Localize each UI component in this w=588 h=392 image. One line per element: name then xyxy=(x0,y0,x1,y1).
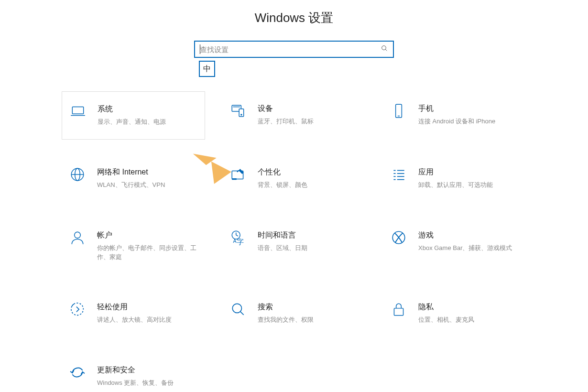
ime-indicator: 中 xyxy=(199,61,215,77)
card-update-security[interactable]: 更新和安全 Windows 更新、恢复、备份 xyxy=(62,353,205,392)
card-title: 时间和语言 xyxy=(258,230,359,240)
svg-point-31 xyxy=(232,304,241,313)
card-subtitle: Xbox Game Bar、捕获、游戏模式 xyxy=(418,243,520,253)
svg-rect-8 xyxy=(396,104,402,118)
card-subtitle: 你的帐户、电子邮件、同步设置、工作、家庭 xyxy=(97,243,198,262)
search-icon xyxy=(381,44,388,54)
card-network[interactable]: 网络和 Internet WLAN、飞行模式、VPN xyxy=(62,155,205,203)
text-cursor xyxy=(200,44,200,54)
card-title: 个性化 xyxy=(258,167,359,177)
card-title: 设备 xyxy=(258,104,359,114)
card-subtitle: 语音、区域、日期 xyxy=(258,243,359,253)
devices-icon xyxy=(229,103,247,119)
time-language-icon: 字 A xyxy=(229,229,247,246)
person-icon xyxy=(68,229,87,246)
card-title: 网络和 Internet xyxy=(97,167,198,177)
card-subtitle: 连接 Android 设备和 iPhone xyxy=(418,117,520,126)
ease-of-access-icon xyxy=(68,301,87,317)
svg-point-24 xyxy=(75,232,81,238)
card-privacy[interactable]: 隐私 位置、相机、麦克风 xyxy=(383,290,526,338)
card-subtitle: 背景、锁屏、颜色 xyxy=(258,180,359,190)
phone-icon xyxy=(390,103,408,119)
card-title: 搜索 xyxy=(258,302,359,312)
card-phone[interactable]: 手机 连接 Android 设备和 iPhone xyxy=(383,91,526,140)
card-time-language[interactable]: 字 A 时间和语言 语音、区域、日期 xyxy=(222,218,366,274)
card-accounts[interactable]: 帐户 你的帐户、电子邮件、同步设置、工作、家庭 xyxy=(62,218,205,274)
card-gaming[interactable]: 游戏 Xbox Game Bar、捕获、游戏模式 xyxy=(383,218,526,274)
card-title: 帐户 xyxy=(97,230,198,240)
card-apps[interactable]: 应用 卸载、默认应用、可选功能 xyxy=(383,155,526,203)
card-subtitle: 蓝牙、打印机、鼠标 xyxy=(258,117,359,126)
card-title: 轻松使用 xyxy=(97,302,198,312)
personalization-icon xyxy=(229,166,247,183)
card-title: 应用 xyxy=(418,167,520,177)
card-system[interactable]: 系统 显示、声音、通知、电源 xyxy=(62,91,205,140)
svg-rect-2 xyxy=(72,107,83,114)
svg-line-32 xyxy=(240,311,244,315)
card-personalization[interactable]: 个性化 背景、锁屏、颜色 xyxy=(222,155,366,203)
card-title: 更新和安全 xyxy=(97,365,198,375)
search-box[interactable] xyxy=(194,41,394,58)
svg-line-1 xyxy=(385,49,387,51)
lock-icon xyxy=(390,301,408,317)
card-subtitle: 查找我的文件、权限 xyxy=(258,315,359,325)
card-subtitle: 讲述人、放大镜、高对比度 xyxy=(97,315,198,325)
page-title: Windows 设置 xyxy=(0,10,588,26)
magnifier-icon xyxy=(229,301,247,317)
card-subtitle: 位置、相机、麦克风 xyxy=(418,315,520,325)
card-subtitle: 卸载、默认应用、可选功能 xyxy=(418,180,520,190)
card-subtitle: WLAN、飞行模式、VPN xyxy=(97,180,198,190)
card-title: 系统 xyxy=(98,104,198,114)
card-title: 手机 xyxy=(418,104,520,114)
xbox-icon xyxy=(390,229,408,246)
card-subtitle: Windows 更新、恢复、备份 xyxy=(97,378,198,388)
globe-icon xyxy=(68,166,87,183)
card-devices[interactable]: 设备 蓝牙、打印机、鼠标 xyxy=(222,91,366,140)
apps-icon xyxy=(390,166,408,183)
svg-text:A: A xyxy=(233,238,237,243)
card-search[interactable]: 搜索 查找我的文件、权限 xyxy=(222,290,366,338)
search-input[interactable] xyxy=(200,45,381,54)
card-title: 游戏 xyxy=(418,230,520,240)
svg-text:字: 字 xyxy=(237,238,244,245)
svg-point-7 xyxy=(241,114,242,115)
settings-grid: 系统 显示、声音、通知、电源 设备 蓝牙、打印机、鼠标 手机 连接 xyxy=(0,91,588,392)
svg-line-27 xyxy=(236,235,238,236)
card-subtitle: 显示、声音、通知、电源 xyxy=(98,117,198,127)
laptop-icon xyxy=(69,103,87,120)
update-icon xyxy=(68,364,87,381)
svg-rect-33 xyxy=(394,308,403,315)
card-title: 隐私 xyxy=(418,302,520,312)
svg-point-0 xyxy=(382,46,386,50)
card-ease-of-access[interactable]: 轻松使用 讲述人、放大镜、高对比度 xyxy=(62,290,205,338)
